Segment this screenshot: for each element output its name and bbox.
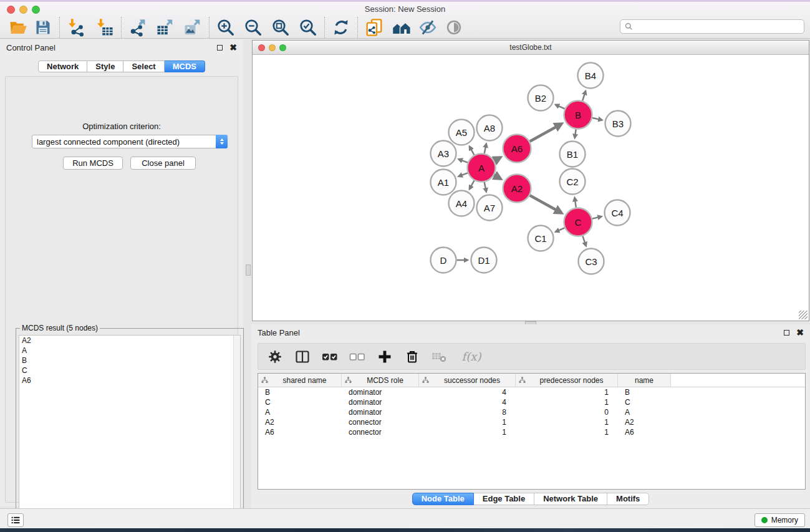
cell-MCDS-role[interactable]: dominator	[342, 388, 419, 397]
table-row-B[interactable]: Bdominator41B	[258, 387, 805, 397]
edge-A-A4[interactable]	[470, 181, 475, 190]
table-row-C[interactable]: Cdominator41C	[258, 397, 805, 407]
node-C1[interactable]: C1	[528, 226, 554, 251]
edge-C-C4[interactable]	[592, 216, 602, 219]
import-table-button[interactable]	[94, 17, 115, 38]
refresh-network-button[interactable]	[330, 17, 352, 38]
node-C3[interactable]: C3	[579, 249, 604, 274]
edge-A-A8[interactable]	[485, 144, 486, 153]
tab-network-table[interactable]: Network Table	[534, 493, 607, 505]
close-panel-icon[interactable]: ✖	[229, 43, 237, 52]
table-settings-button[interactable]	[266, 347, 284, 366]
tab-style[interactable]: Style	[87, 60, 123, 72]
cell-successor-nodes[interactable]: 4	[419, 388, 516, 397]
zoom-selected-button[interactable]	[297, 17, 319, 38]
node-B3[interactable]: B3	[605, 111, 631, 137]
cell-shared-name[interactable]: A2	[258, 418, 342, 427]
result-scrollbar[interactable]	[233, 336, 240, 532]
vertical-splitter-handle[interactable]	[246, 264, 251, 276]
cell-MCDS-role[interactable]: dominator	[342, 408, 419, 417]
network-canvas[interactable]: B4B2BB3B1A5A8A6A3AA1C2A2A4A7C4CC1C3DD1	[253, 55, 809, 321]
mcds-result-list[interactable]: A2ABCA6	[19, 335, 241, 532]
node-A1[interactable]: A1	[431, 170, 456, 195]
edge-B-B4[interactable]	[582, 91, 586, 101]
edge-C-C3[interactable]	[582, 236, 586, 246]
table-row-A[interactable]: Adominator80A	[258, 407, 805, 417]
node-A5[interactable]: A5	[449, 120, 475, 145]
node-A[interactable]: A	[468, 154, 496, 182]
result-item[interactable]: C	[19, 365, 240, 375]
tab-node-table[interactable]: Node Table	[412, 493, 474, 505]
optimization-criterion-select[interactable]: largest connected component (directed)	[32, 135, 228, 148]
cell-predecessor-nodes[interactable]: 1	[516, 428, 618, 437]
tab-motifs[interactable]: Motifs	[607, 493, 649, 505]
deselect-all-rows-button[interactable]	[348, 347, 367, 366]
edge-B-B2[interactable]	[556, 105, 565, 109]
table-row-A2[interactable]: A2connector11A2	[258, 417, 805, 427]
cell-shared-name[interactable]: A	[258, 408, 342, 417]
duplicate-network-button[interactable]	[364, 17, 385, 38]
cell-shared-name[interactable]: B	[258, 388, 342, 397]
cell-shared-name[interactable]: C	[258, 398, 342, 407]
edge-C-C1[interactable]	[556, 228, 564, 231]
node-B1[interactable]: B1	[560, 142, 586, 167]
save-session-button[interactable]	[32, 17, 54, 38]
node-D[interactable]: D	[431, 248, 456, 273]
export-image-button[interactable]	[182, 17, 203, 38]
export-network-button[interactable]	[127, 17, 148, 38]
column-header-successor-nodes[interactable]: successor nodes	[419, 374, 516, 387]
show-columns-button[interactable]	[293, 347, 312, 366]
node-C4[interactable]: C4	[605, 200, 630, 226]
cell-MCDS-role[interactable]: connector	[342, 418, 419, 427]
float-table-panel-icon[interactable]	[784, 330, 789, 336]
search-input[interactable]	[633, 21, 804, 32]
result-item[interactable]: A6	[19, 375, 240, 385]
cell-name[interactable]: B	[618, 388, 671, 397]
function-builder-button[interactable]: f(x)	[458, 347, 485, 366]
cell-name[interactable]: A2	[618, 418, 671, 427]
edge-A6-B[interactable]	[530, 124, 562, 142]
edge-B-B1[interactable]	[575, 129, 576, 138]
node-B[interactable]: B	[564, 101, 592, 129]
edge-A-A1[interactable]	[459, 173, 468, 176]
cell-successor-nodes[interactable]: 1	[419, 428, 516, 437]
node-A7[interactable]: A7	[477, 195, 503, 221]
network-graph[interactable]: B4B2BB3B1A5A8A6A3AA1C2A2A4A7C4CC1C3DD1	[253, 55, 809, 321]
cell-successor-nodes[interactable]: 1	[419, 418, 516, 427]
edge-A-A5[interactable]	[470, 147, 475, 155]
cell-name[interactable]: C	[618, 398, 671, 407]
result-item[interactable]: A	[19, 346, 240, 355]
edge-A-A7[interactable]	[485, 182, 486, 191]
first-neighbors-button[interactable]	[391, 17, 412, 38]
edge-A-A3[interactable]	[459, 159, 468, 162]
hide-selected-button[interactable]	[417, 17, 438, 38]
tab-edge-table[interactable]: Edge Table	[474, 493, 534, 505]
cell-successor-nodes[interactable]: 4	[419, 398, 516, 407]
cell-name[interactable]: A	[618, 408, 671, 417]
cell-predecessor-nodes[interactable]: 1	[516, 398, 618, 407]
add-row-button[interactable]	[375, 347, 394, 366]
edge-A-A2[interactable]	[494, 175, 500, 179]
cell-predecessor-nodes[interactable]: 1	[516, 388, 618, 397]
export-table-button[interactable]	[155, 17, 176, 38]
column-header-predecessor-nodes[interactable]: predecessor nodes	[516, 374, 618, 387]
import-network-button[interactable]	[65, 17, 87, 38]
table-row-A6[interactable]: A6connector11A6	[258, 427, 805, 437]
tab-mcds[interactable]: MCDS	[165, 60, 205, 72]
delete-rows-button[interactable]	[403, 347, 422, 366]
edge-A2-C[interactable]	[530, 195, 562, 213]
node-B4[interactable]: B4	[578, 63, 604, 89]
delete-table-button[interactable]	[430, 347, 449, 366]
task-history-button[interactable]	[7, 513, 24, 527]
close-table-panel-icon[interactable]: ✖	[796, 328, 804, 337]
node-A3[interactable]: A3	[431, 141, 456, 167]
cell-MCDS-role[interactable]: dominator	[342, 398, 419, 407]
cell-name[interactable]: A6	[618, 428, 671, 437]
node-A8[interactable]: A8	[477, 115, 503, 141]
tab-network[interactable]: Network	[38, 60, 87, 72]
run-mcds-button[interactable]: Run MCDS	[63, 157, 123, 170]
float-panel-icon[interactable]	[217, 45, 223, 51]
node-A4[interactable]: A4	[449, 191, 475, 216]
column-header-name[interactable]: name	[618, 374, 671, 387]
result-item[interactable]: B	[19, 355, 240, 365]
